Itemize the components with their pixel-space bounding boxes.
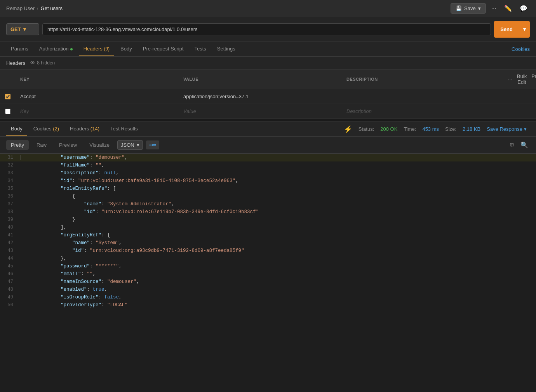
headers-section-bar: Headers 👁 8 hidden — [0, 57, 536, 69]
line-content: "fullName": "", — [26, 161, 536, 169]
json-token: , — [119, 264, 122, 269]
tab-authorization[interactable]: Authorization — [35, 42, 77, 56]
res-tab-headers[interactable]: Headers (14) — [65, 122, 104, 136]
json-token: true — [93, 287, 104, 292]
code-line: 50 "providerType": "LOCAL" — [0, 301, 536, 309]
save-button[interactable]: 💾 Save ▾ — [451, 3, 486, 14]
method-chevron-icon: ▾ — [23, 26, 26, 32]
cookies-link[interactable]: Cookies — [512, 42, 530, 56]
headers-table: KEY VALUE DESCRIPTION ··· Bulk Edit Pres… — [0, 69, 536, 119]
headers-section-label: Headers — [6, 60, 25, 66]
format-raw-button[interactable]: Raw — [32, 140, 51, 150]
line-number: 45 — [0, 262, 19, 270]
format-type-select[interactable]: JSON ▾ — [117, 140, 143, 150]
json-token: "isGroupRole" — [61, 295, 99, 300]
breadcrumb-separator: / — [37, 5, 38, 11]
save-label: Save — [464, 5, 476, 11]
json-token: , — [171, 201, 174, 207]
line-content: "enabled": true, — [26, 286, 536, 293]
line-content: "description": null, — [26, 169, 536, 177]
code-line: 37 "name": "System Administrator", — [0, 200, 536, 208]
json-token: }, — [61, 256, 66, 261]
row-checkbox[interactable] — [5, 109, 10, 114]
tab-headers[interactable]: Headers (9) — [79, 42, 114, 56]
code-line: 39 } — [0, 216, 536, 224]
line-number: 40 — [0, 224, 19, 231]
more-icon[interactable]: ··· — [508, 76, 512, 82]
code-line: 35 "roleEntityRefs": [ — [0, 185, 536, 193]
comment-icon-button[interactable]: 💬 — [517, 2, 530, 14]
line-marker — [19, 169, 26, 177]
hidden-count-label: 8 hidden — [37, 60, 55, 66]
line-number: 38 — [0, 208, 19, 216]
line-marker — [19, 286, 26, 293]
line-number: 34 — [0, 177, 19, 185]
section-divider — [0, 119, 536, 122]
save-response-button[interactable]: Save Response ▾ — [487, 126, 527, 132]
row-value[interactable]: application/json;version=37.1 — [179, 90, 342, 102]
line-marker — [19, 231, 26, 239]
time-label: Time: — [404, 126, 416, 132]
wrap-lines-button[interactable]: ≡⇌ — [146, 140, 160, 149]
bulk-edit-button[interactable]: Bulk Edit — [517, 73, 527, 85]
json-token: "id" — [61, 178, 72, 184]
json-token: "urn:vcloud:org:a93c9db9-7471-3192-8d09-… — [90, 248, 244, 253]
line-number: 36 — [0, 193, 19, 200]
response-tabs: Body Cookies (2) Headers (14) Test Resul… — [0, 122, 536, 137]
row-value-placeholder[interactable]: Value — [179, 105, 342, 117]
tab-params[interactable]: Params — [6, 42, 33, 56]
code-line: 46 "email": "", — [0, 270, 536, 278]
send-chevron-icon[interactable]: ▾ — [519, 24, 530, 35]
size-label: Size: — [445, 126, 456, 132]
json-token: "description" — [61, 170, 99, 176]
method-select[interactable]: GET ▾ — [6, 23, 39, 35]
status-value: 200 OK — [380, 126, 397, 132]
table-row: Key Value Description — [0, 104, 536, 119]
res-tab-test-results[interactable]: Test Results — [106, 122, 143, 136]
line-number: 37 — [0, 200, 19, 208]
json-token: "email" — [61, 271, 81, 277]
presets-button[interactable]: Presets ▾ — [531, 73, 536, 85]
format-pretty-button[interactable]: Pretty — [6, 140, 29, 150]
line-number: 41 — [0, 231, 19, 239]
tab-tests[interactable]: Tests — [190, 42, 211, 56]
edit-icon-button[interactable]: ✏️ — [502, 2, 514, 14]
row-description-placeholder[interactable]: Description — [342, 105, 505, 117]
row-key-placeholder[interactable]: Key — [16, 105, 179, 117]
row-checkbox[interactable] — [5, 94, 10, 99]
row-checkbox-cell[interactable] — [0, 91, 16, 102]
url-input[interactable] — [42, 23, 491, 35]
code-viewer[interactable]: 31│ "username": "demouser",32 "fullName"… — [0, 154, 536, 392]
json-token: "username" — [61, 155, 90, 160]
col-key-header: KEY — [16, 75, 179, 83]
json-token: , — [125, 155, 128, 160]
row-checkbox-cell[interactable] — [0, 106, 16, 117]
json-token: , — [116, 170, 119, 176]
search-button[interactable]: 🔍 — [519, 140, 530, 150]
more-options-button[interactable]: ··· — [489, 3, 499, 14]
tab-body[interactable]: Body — [116, 42, 137, 56]
line-marker — [19, 278, 26, 286]
row-key[interactable]: Accept — [16, 90, 179, 102]
breadcrumb-parent[interactable]: Remap User — [6, 5, 35, 11]
json-token: "" — [96, 163, 101, 168]
request-tabs: Params Authorization Headers (9) Body Pr… — [0, 42, 536, 57]
json-token: : — [72, 178, 78, 184]
res-tab-body[interactable]: Body — [6, 122, 27, 136]
line-content: "id": "urn:vcloud:user:bafe9a31-1810-410… — [26, 177, 536, 185]
tab-pre-request[interactable]: Pre-request Script — [138, 42, 188, 56]
tab-settings[interactable]: Settings — [212, 42, 240, 56]
row-description[interactable] — [342, 94, 505, 100]
json-token: } — [72, 217, 75, 222]
code-line: 40 ], — [0, 224, 536, 231]
code-line: 38 "id": "urn:vcloud:role:67e119b7-083b-… — [0, 208, 536, 216]
send-button[interactable]: Send ▾ — [494, 21, 530, 38]
format-visualize-button[interactable]: Visualize — [85, 140, 114, 150]
format-preview-button[interactable]: Preview — [54, 140, 82, 150]
res-tab-cookies[interactable]: Cookies (2) — [29, 122, 64, 136]
eye-icon: 👁 — [30, 60, 35, 66]
line-number: 39 — [0, 216, 19, 224]
json-token: "******" — [96, 264, 119, 269]
copy-button[interactable]: ⧉ — [508, 140, 516, 150]
line-marker — [19, 224, 26, 231]
